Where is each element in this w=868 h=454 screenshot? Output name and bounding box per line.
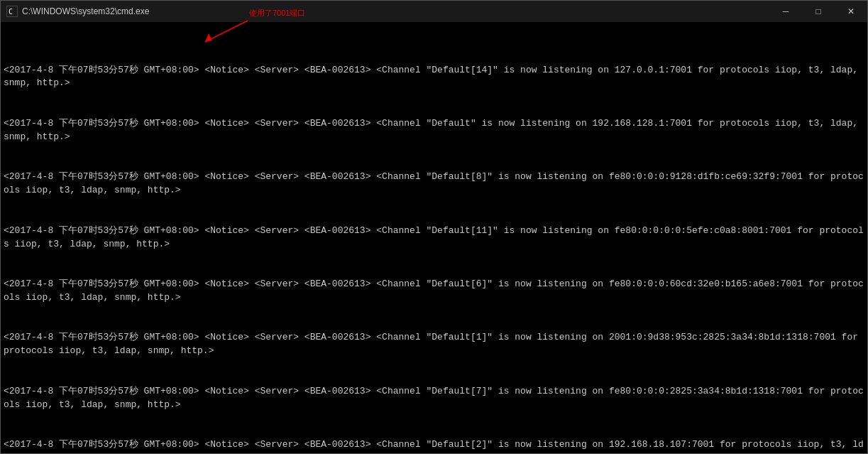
console-output: <2017-4-8 下午07时53分57秒 GMT+08:00> <Notice…: [1, 22, 867, 453]
console-line-4: <2017-4-8 下午07时53分57秒 GMT+08:00> <Notice…: [4, 278, 864, 305]
console-line-6: <2017-4-8 下午07时53分57秒 GMT+08:00> <Notice…: [4, 385, 864, 412]
cmd-window: C C:\WINDOWS\system32\cmd.exe 使用了7001端口 …: [0, 0, 868, 454]
console-line-0: <2017-4-8 下午07时53分57秒 GMT+08:00> <Notice…: [4, 64, 864, 91]
console-line-7: <2017-4-8 下午07时53分57秒 GMT+08:00> <Notice…: [4, 438, 864, 453]
maximize-button[interactable]: □: [802, 1, 835, 22]
console-text: <2017-4-8 下午07时53分57秒 GMT+08:00> <Notice…: [4, 23, 864, 453]
console-line-2: <2017-4-8 下午07时53分57秒 GMT+08:00> <Notice…: [4, 171, 864, 198]
window-title: C:\WINDOWS\system32\cmd.exe: [22, 6, 149, 16]
console-line-1: <2017-4-8 下午07时53分57秒 GMT+08:00> <Notice…: [4, 117, 864, 144]
window-controls: ─ □ ✕: [769, 1, 867, 22]
svg-text:C: C: [9, 8, 13, 16]
close-button[interactable]: ✕: [835, 1, 867, 22]
cmd-icon: C: [6, 6, 18, 17]
annotation-text: 使用了7001端口: [249, 8, 305, 18]
title-bar: C C:\WINDOWS\system32\cmd.exe 使用了7001端口 …: [1, 1, 867, 22]
console-line-5: <2017-4-8 下午07时53分57秒 GMT+08:00> <Notice…: [4, 331, 864, 358]
console-line-3: <2017-4-8 下午07时53分57秒 GMT+08:00> <Notice…: [4, 225, 864, 252]
minimize-button[interactable]: ─: [769, 1, 802, 22]
